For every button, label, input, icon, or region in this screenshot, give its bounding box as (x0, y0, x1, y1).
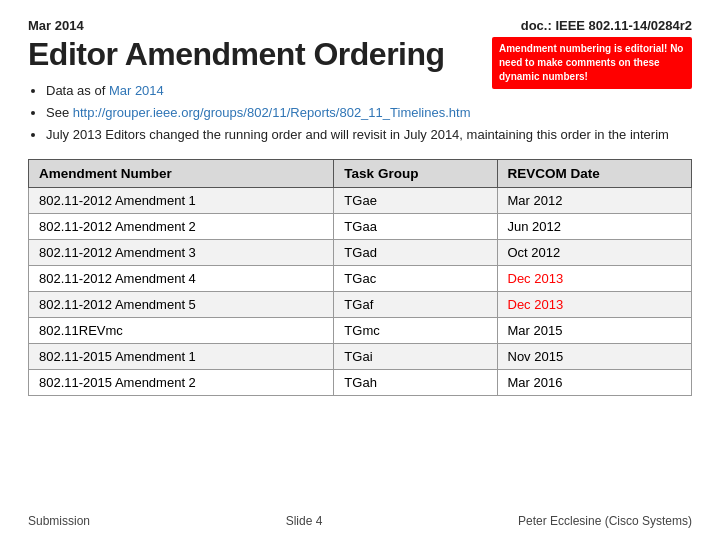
revcom-cell: Jun 2012 (497, 213, 692, 239)
col-header-taskgroup: Task Group (334, 159, 497, 187)
amendment-cell: 802.11-2012 Amendment 3 (29, 239, 334, 265)
revcom-cell: Mar 2016 (497, 369, 692, 395)
highlight-date: Mar 2014 (109, 83, 164, 98)
amendment-cell: 802.11-2012 Amendment 1 (29, 187, 334, 213)
page-title: Editor Amendment Ordering (28, 37, 445, 72)
title-area: Editor Amendment Ordering Amendment numb… (28, 37, 692, 72)
table-row: 802.11-2012 Amendment 4TGacDec 2013 (29, 265, 692, 291)
amendment-cell: 802.11-2015 Amendment 1 (29, 343, 334, 369)
table-row: 802.11-2015 Amendment 2TGahMar 2016 (29, 369, 692, 395)
header: Mar 2014 doc.: IEEE 802.11-14/0284r2 (28, 18, 692, 33)
amendment-cell: 802.11-2012 Amendment 2 (29, 213, 334, 239)
list-item: See http://grouper.ieee.org/groups/802/1… (46, 104, 692, 123)
taskgroup-cell: TGae (334, 187, 497, 213)
taskgroup-cell: TGaa (334, 213, 497, 239)
amendment-table: Amendment Number Task Group REVCOM Date … (28, 159, 692, 396)
footer-center: Slide 4 (90, 514, 518, 528)
taskgroup-cell: TGai (334, 343, 497, 369)
revcom-cell: Mar 2012 (497, 187, 692, 213)
revcom-cell: Oct 2012 (497, 239, 692, 265)
revcom-cell: Dec 2013 (497, 265, 692, 291)
taskgroup-cell: TGmc (334, 317, 497, 343)
annotation-box: Amendment numbering is editorial! No nee… (492, 37, 692, 89)
table-row: 802.11-2012 Amendment 5TGafDec 2013 (29, 291, 692, 317)
table-row: 802.11-2012 Amendment 1TGaeMar 2012 (29, 187, 692, 213)
bullet-list: Data as of Mar 2014 See http://grouper.i… (46, 82, 692, 145)
taskgroup-cell: TGah (334, 369, 497, 395)
table-row: 802.11-2012 Amendment 3TGadOct 2012 (29, 239, 692, 265)
table-row: 802.11REVmcTGmcMar 2015 (29, 317, 692, 343)
header-left: Mar 2014 (28, 18, 84, 33)
footer-right: Peter Ecclesine (Cisco Systems) (518, 514, 692, 528)
slide: Mar 2014 doc.: IEEE 802.11-14/0284r2 Edi… (0, 0, 720, 540)
annotation-text: Amendment numbering is editorial! No nee… (499, 43, 683, 82)
amendment-cell: 802.11-2012 Amendment 4 (29, 265, 334, 291)
footer-left: Submission (28, 514, 90, 528)
taskgroup-cell: TGaf (334, 291, 497, 317)
col-header-revcom: REVCOM Date (497, 159, 692, 187)
revcom-cell: Mar 2015 (497, 317, 692, 343)
taskgroup-cell: TGac (334, 265, 497, 291)
table-header-row: Amendment Number Task Group REVCOM Date (29, 159, 692, 187)
header-right: doc.: IEEE 802.11-14/0284r2 (521, 18, 692, 33)
table-row: 802.11-2015 Amendment 1TGaiNov 2015 (29, 343, 692, 369)
amendment-table-container: Amendment Number Task Group REVCOM Date … (28, 159, 692, 396)
amendment-cell: 802.11-2015 Amendment 2 (29, 369, 334, 395)
revcom-cell: Nov 2015 (497, 343, 692, 369)
table-row: 802.11-2012 Amendment 2TGaaJun 2012 (29, 213, 692, 239)
list-item: July 2013 Editors changed the running or… (46, 126, 692, 145)
amendment-cell: 802.11REVmc (29, 317, 334, 343)
taskgroup-cell: TGad (334, 239, 497, 265)
revcom-cell: Dec 2013 (497, 291, 692, 317)
amendment-cell: 802.11-2012 Amendment 5 (29, 291, 334, 317)
footer: Submission Slide 4 Peter Ecclesine (Cisc… (28, 514, 692, 528)
col-header-amendment: Amendment Number (29, 159, 334, 187)
timeline-link[interactable]: http://grouper.ieee.org/groups/802/11/Re… (73, 105, 471, 120)
